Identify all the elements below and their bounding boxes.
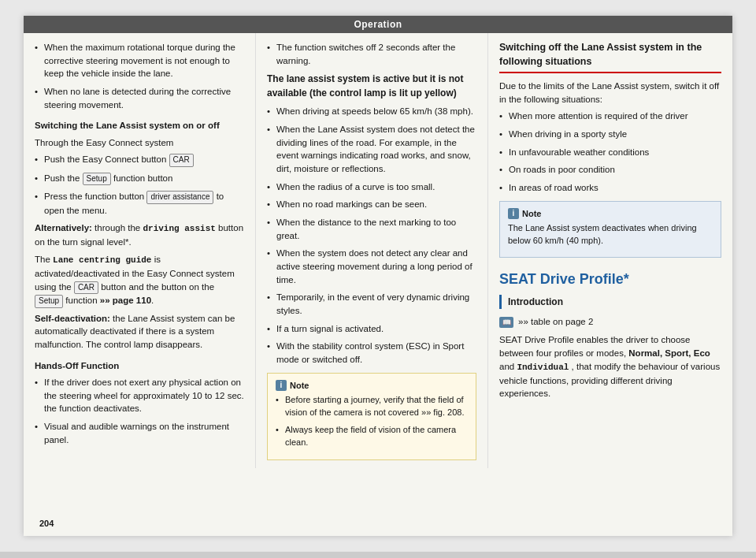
note-bullet-1: Before starting a journey, verify that t… bbox=[276, 394, 468, 419]
right-bullet-3: In unfavourable weather conditions bbox=[499, 146, 721, 159]
middle-bullet-4: When the radius of a curve is too small. bbox=[267, 180, 476, 194]
note-bullet-2: Always keep the field of vision of the c… bbox=[276, 424, 468, 449]
seat-drive-title: SEAT Drive Profile* bbox=[499, 269, 721, 290]
car-button-2: CAR bbox=[74, 281, 98, 295]
setup-button-2: Setup bbox=[35, 295, 63, 308]
left-step-2: Push the Setup function button bbox=[35, 172, 244, 186]
right-note-text: The Lane Assist system deactivates when … bbox=[508, 222, 713, 247]
left-step-3: Press the function button driver assista… bbox=[35, 190, 244, 217]
column-right: Switching off the Lane Assist system in … bbox=[488, 33, 732, 468]
column-middle: The function switches off 2 seconds afte… bbox=[256, 33, 488, 468]
watermark-bar: carmanualonline.info bbox=[0, 552, 756, 558]
left-lane-centring: The Lane centring guide is activated/dea… bbox=[35, 253, 244, 308]
left-section1-intro: Through the Easy Connect system bbox=[35, 136, 244, 150]
middle-bullet-8: Temporarily, in the event of very dynami… bbox=[267, 291, 476, 317]
introduction-header: Introduction bbox=[499, 295, 721, 309]
left-hands-off-title: Hands-Off Function bbox=[35, 359, 244, 373]
left-hands-bullet-2: Visual and audible warnings on the instr… bbox=[35, 420, 244, 446]
right-box-title: Switching off the Lane Assist system in … bbox=[499, 41, 721, 69]
left-self-deactivation: Self-deactivation: the Lane Assist syste… bbox=[35, 312, 244, 352]
middle-bold-note: The lane assist system is active but it … bbox=[267, 72, 476, 100]
section-header: Operation bbox=[24, 16, 732, 33]
book-icon: 📖 bbox=[499, 317, 513, 328]
right-bullet-5: In areas of road works bbox=[499, 181, 721, 195]
middle-bullet-1: The function switches off 2 seconds afte… bbox=[267, 41, 476, 67]
left-hands-bullet-1: If the driver does not exert any physica… bbox=[35, 376, 244, 415]
left-bullet-2: When no lane is detected during the corr… bbox=[35, 85, 244, 111]
middle-bullet-6: When the distance to the next marking to… bbox=[267, 216, 476, 242]
right-bullet-1: When more attention is required of the d… bbox=[499, 110, 721, 123]
right-body-text: SEAT Drive Profile enables the driver to… bbox=[499, 333, 721, 400]
middle-note-box: i Note Before starting a journey, verify… bbox=[267, 373, 476, 460]
right-note-box: i Note The Lane Assist system deactivate… bbox=[499, 201, 721, 258]
middle-bullet-7: When the system does not detect any clea… bbox=[267, 247, 476, 286]
column-left: When the maximum rotational torque durin… bbox=[24, 33, 256, 468]
right-bullet-4: On roads in poor condition bbox=[499, 163, 721, 177]
setup-button-1: Setup bbox=[83, 173, 111, 186]
right-section-header: Switching off the Lane Assist system in … bbox=[499, 41, 721, 73]
middle-bullet-3: When the Lane Assist system does not det… bbox=[267, 123, 476, 176]
right-note-icon: i bbox=[508, 208, 519, 219]
middle-bullet-9: If a turn signal is activated. bbox=[267, 322, 476, 336]
note-icon: i bbox=[276, 380, 287, 391]
car-button: CAR bbox=[169, 154, 194, 167]
middle-bullet-5: When no road markings can be seen. bbox=[267, 198, 476, 211]
header-title: Operation bbox=[354, 19, 402, 30]
middle-bullet-10: With the stability control system (ESC) … bbox=[267, 340, 476, 366]
table-ref: 📖 »» table on page 2 bbox=[499, 315, 721, 329]
middle-bullet-2: When driving at speeds below 65 km/h (38… bbox=[267, 105, 476, 118]
right-intro: Due to the limits of the Lane Assist sys… bbox=[499, 80, 721, 106]
left-step-1: Push the Easy Connect button CAR bbox=[35, 153, 244, 167]
left-bullet-1: When the maximum rotational torque durin… bbox=[35, 41, 244, 80]
driver-assistance-button: driver assistance bbox=[146, 191, 213, 204]
left-section-title-1: Switching the Lane Assist system on or o… bbox=[35, 119, 244, 132]
left-alternatively: Alternatively: through the driving assis… bbox=[35, 221, 244, 249]
page-number: 204 bbox=[39, 519, 54, 528]
right-bullet-2: When driving in a sporty style bbox=[499, 128, 721, 141]
